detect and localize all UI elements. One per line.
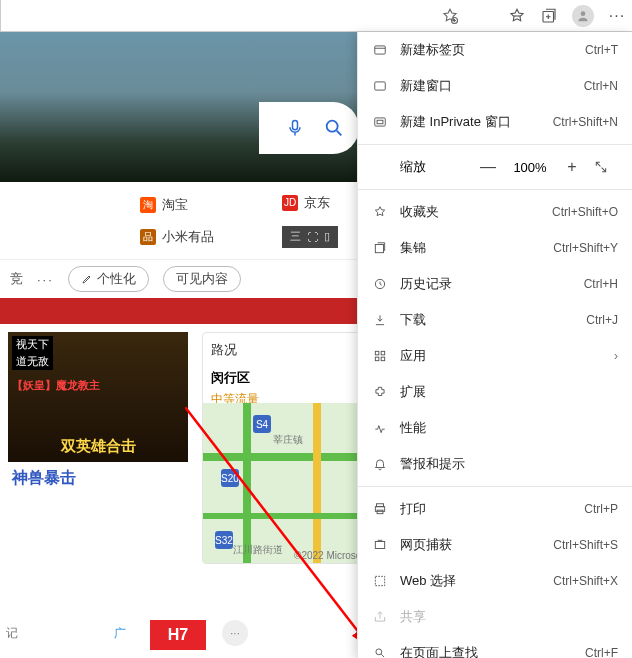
visible-label: 可见内容	[176, 270, 228, 288]
traffic-card[interactable]: 路况 闵行区 中等流量 S4 S20 S32 莘庄镇 江川路街道 ©2022 M…	[202, 332, 372, 564]
personalize-button[interactable]: 个性化	[68, 266, 149, 292]
menu-extensions[interactable]: 扩展	[358, 374, 632, 410]
tab-item[interactable]: 竞	[10, 270, 23, 288]
visible-content-button[interactable]: 可见内容	[163, 266, 241, 292]
menu-label: 应用	[400, 347, 602, 365]
footer-more[interactable]: ···	[222, 620, 248, 646]
mic-icon[interactable]	[285, 118, 305, 138]
game-tag: 道无敌	[12, 353, 53, 370]
menu-label: Web 选择	[400, 572, 541, 590]
footer-text: 记	[6, 625, 18, 642]
menu-label: 警报和提示	[400, 455, 618, 473]
menu-history[interactable]: 历史记录 Ctrl+H	[358, 266, 632, 302]
svg-rect-12	[375, 351, 379, 355]
svg-rect-10	[375, 245, 383, 253]
menu-shortcut: Ctrl+P	[584, 502, 618, 516]
menu-capture[interactable]: 网页捕获 Ctrl+Shift+S	[358, 527, 632, 563]
menu-alerts[interactable]: 警报和提示	[358, 446, 632, 482]
favorites-icon[interactable]	[508, 7, 526, 25]
hz-logo[interactable]: H7	[150, 620, 206, 650]
capture-icon	[372, 537, 388, 553]
xiaomi-icon: 品	[140, 229, 156, 245]
svg-rect-19	[375, 542, 384, 549]
svg-rect-18	[377, 510, 383, 514]
svg-point-2	[581, 11, 586, 16]
quicklink-label: 小米有品	[162, 228, 214, 246]
zoom-in-button[interactable]: +	[560, 158, 584, 176]
game-title: 神兽暴击	[8, 462, 188, 495]
search-icon[interactable]	[323, 117, 345, 139]
menu-shortcut: Ctrl+T	[585, 43, 618, 57]
menu-shortcut: Ctrl+Shift+O	[552, 205, 618, 219]
webselect-icon	[372, 573, 388, 589]
game-banner: 视天下 道无敌 【妖皇】魔龙教主 双英雄合击	[8, 332, 188, 462]
menu-print[interactable]: 打印 Ctrl+P	[358, 491, 632, 527]
quicklink-tile[interactable]: 三⛶▯	[282, 226, 338, 248]
menu-share: 共享	[358, 599, 632, 635]
svg-rect-15	[381, 357, 385, 361]
map-marker: S32	[215, 531, 233, 549]
zoom-out-button[interactable]: —	[476, 158, 500, 176]
tab-more[interactable]: ···	[37, 272, 54, 287]
menu-label: 性能	[400, 419, 618, 437]
menu-shortcut: Ctrl+J	[586, 313, 618, 327]
quicklink-xiaomi[interactable]: 品小米有品	[140, 228, 214, 246]
fullscreen-button[interactable]	[594, 160, 618, 174]
menu-favorites[interactable]: 收藏夹 Ctrl+Shift+O	[358, 194, 632, 230]
browser-toolbar: ···	[0, 0, 632, 32]
browser-menu: 新建标签页 Ctrl+T 新建窗口 Ctrl+N 新建 InPrivate 窗口…	[357, 32, 632, 658]
menu-label: 新建标签页	[400, 41, 573, 59]
share-icon	[372, 609, 388, 625]
menu-new-window[interactable]: 新建窗口 Ctrl+N	[358, 68, 632, 104]
collections-icon	[372, 240, 388, 256]
zoom-value: 100%	[510, 160, 550, 175]
quicklink-taobao[interactable]: 淘淘宝	[140, 196, 214, 214]
svg-rect-8	[375, 118, 386, 126]
menu-collections[interactable]: 集锦 Ctrl+Shift+Y	[358, 230, 632, 266]
traffic-header: 路况	[211, 341, 363, 359]
profile-avatar[interactable]	[572, 5, 594, 27]
menu-shortcut: Ctrl+N	[584, 79, 618, 93]
menu-label: 在页面上查找	[400, 644, 573, 658]
menu-zoom: 缩放 — 100% +	[358, 149, 632, 185]
game-card[interactable]: 视天下 道无敌 【妖皇】魔龙教主 双英雄合击 神兽暴击	[8, 332, 188, 502]
menu-downloads[interactable]: 下载 Ctrl+J	[358, 302, 632, 338]
jd-icon: JD	[282, 195, 298, 211]
search-box-right[interactable]	[259, 102, 359, 154]
personalize-label: 个性化	[97, 270, 136, 288]
menu-performance[interactable]: 性能	[358, 410, 632, 446]
menu-label: 新建窗口	[400, 77, 572, 95]
svg-rect-3	[293, 121, 298, 130]
menu-label: 历史记录	[400, 275, 572, 293]
menu-label: 打印	[400, 500, 572, 518]
quicklink-jd[interactable]: JD京东	[282, 194, 338, 212]
menu-shortcut: Ctrl+H	[584, 277, 618, 291]
apps-icon	[372, 348, 388, 364]
svg-rect-20	[375, 576, 384, 585]
map-label: 莘庄镇	[273, 433, 303, 447]
menu-find[interactable]: 在页面上查找 Ctrl+F	[358, 635, 632, 658]
ad-indicator[interactable]: 广	[114, 625, 126, 642]
map-label: 江川路街道	[233, 543, 283, 557]
menu-shortcut: Ctrl+Shift+N	[553, 115, 618, 129]
menu-shortcut: Ctrl+Shift+Y	[553, 241, 618, 255]
menu-label: 扩展	[400, 383, 618, 401]
menu-label: 下载	[400, 311, 574, 329]
print-icon	[372, 501, 388, 517]
bell-icon	[372, 456, 388, 472]
svg-rect-14	[375, 357, 379, 361]
collections-icon[interactable]	[540, 7, 558, 25]
svg-point-4	[327, 121, 338, 132]
menu-button[interactable]: ···	[608, 7, 626, 25]
download-icon	[372, 312, 388, 328]
menu-webselect[interactable]: Web 选择 Ctrl+Shift+X	[358, 563, 632, 599]
extensions-icon	[372, 384, 388, 400]
inprivate-icon	[372, 114, 388, 130]
menu-apps[interactable]: 应用 ›	[358, 338, 632, 374]
quicklink-label: 淘宝	[162, 196, 188, 214]
addressbar-star-icon[interactable]	[441, 7, 459, 25]
menu-new-tab[interactable]: 新建标签页 Ctrl+T	[358, 32, 632, 68]
menu-label: 收藏夹	[400, 203, 540, 221]
menu-new-inprivate[interactable]: 新建 InPrivate 窗口 Ctrl+Shift+N	[358, 104, 632, 140]
game-tag: 视天下	[12, 336, 53, 353]
